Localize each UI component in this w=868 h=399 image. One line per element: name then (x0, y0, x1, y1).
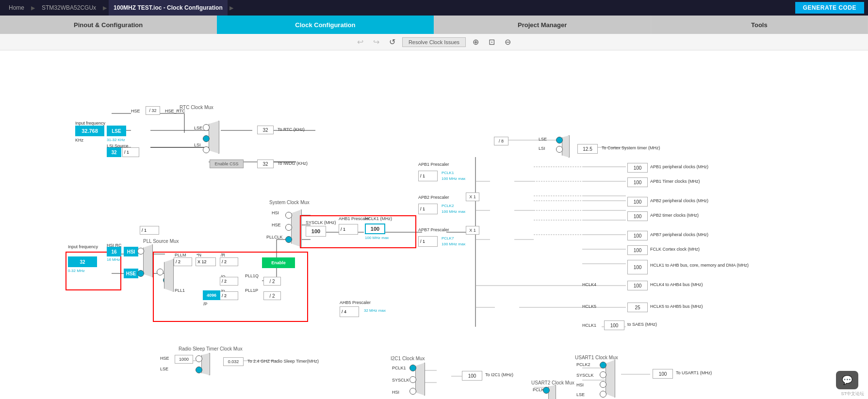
radio-sleep-label: Radio Sleep Timer Clock Mux (179, 346, 243, 351)
pre-pll-prescaler-select[interactable]: / 1/ 2 (140, 226, 159, 235)
plln-select[interactable]: X 12X 8 (196, 257, 216, 266)
cortex-lsi-label: LSI (539, 146, 545, 151)
input-freq-label-hse: Input frequency (68, 244, 98, 249)
chat-button[interactable]: 💬 (836, 371, 858, 389)
radio-mux-hse[interactable] (196, 355, 202, 362)
hclk1-value-box[interactable]: 100 (365, 223, 385, 234)
radio-lse-label: LSE (160, 367, 168, 371)
usart2-mux-pclk1[interactable] (543, 387, 550, 394)
pclk2-max-label: 100 MHz max (442, 209, 465, 214)
diagram-lines (0, 50, 868, 399)
i2c1-mux-hsi[interactable] (409, 388, 416, 395)
x1-apb1-box: X 1 (466, 192, 479, 201)
usart1-mux-pclk2[interactable] (600, 362, 606, 368)
usart1-mux-sysclk[interactable] (600, 371, 606, 378)
hsi-label-box: HSI (124, 247, 138, 256)
sysclk-mux-pll[interactable] (285, 236, 292, 243)
apb7-periph-label: APB7 peripheral clocks (MHz) (650, 232, 708, 237)
usart1-output-label: To USART1 (MHz) (676, 370, 712, 375)
tab-bar: Pinout & Configuration Clock Configurati… (0, 16, 868, 34)
sysclk-mux-hse[interactable] (285, 224, 292, 231)
apb7-prescaler-label: APB7 Prescaler (418, 227, 449, 232)
redo-button[interactable]: ↪ (370, 36, 382, 48)
resolve-clock-button[interactable]: Resolve Clock Issues (402, 37, 466, 47)
usart1-hsi-label: HSI (576, 383, 584, 387)
tab-clock[interactable]: Clock Configuration (217, 16, 434, 34)
i2c1-mux-sysclk[interactable] (409, 376, 416, 383)
rtc-mux-shape[interactable] (209, 121, 219, 154)
apb2-prescaler-select[interactable]: / 1/ 2 (418, 204, 438, 214)
sysclk-value-box[interactable]: 100 (306, 226, 326, 237)
radio-mux-lse[interactable] (196, 367, 202, 373)
apb2-timer-box: 100 (627, 211, 648, 221)
hclk1-label: HCLK1 (MHz) (365, 216, 392, 221)
tab-pinout[interactable]: Pinout & Configuration (0, 16, 217, 34)
undo-button[interactable]: ↩ (354, 36, 366, 48)
rtc-mux-circle-lse[interactable] (203, 135, 210, 142)
rtc-mux-circle-hse[interactable] (203, 124, 210, 131)
apb1-prescaler-select[interactable]: / 1/ 2 (418, 171, 438, 181)
hclk4-label2: HCLK4 to AHB4 bus (MHz) (650, 282, 703, 287)
input-freq-label-lse: Input frequency (75, 121, 105, 126)
usart1-mux-lse[interactable] (600, 391, 606, 398)
system-clock-mux-shape[interactable] (291, 209, 302, 247)
i2c1-sysclk-label: SYSCLK (392, 378, 409, 383)
tab-tools[interactable]: Tools (651, 16, 868, 34)
st-forum-label: ST中文论坛 (841, 391, 864, 397)
cortex-timer-box: 12.5 (577, 144, 598, 154)
pclk1-label: PCLK1 (442, 171, 454, 175)
enable-css-button[interactable]: Enable CSS (210, 160, 244, 168)
lse-box[interactable]: LSE (107, 126, 126, 136)
cortex-mux-lsi[interactable] (556, 146, 563, 153)
apb1-timer-label: APB1 Timer clocks (MHz) (650, 179, 700, 184)
hclk1-ref-label: HCLK1 (582, 323, 596, 328)
sysclk-mux-hsi[interactable] (285, 212, 292, 219)
pllm-select[interactable]: / 2/ 1/ 3 (174, 257, 192, 266)
pll-mux-radio[interactable] (157, 269, 164, 275)
tab-project[interactable]: Project Manager (434, 16, 651, 34)
ahb1-prescaler-select[interactable]: / 1/ 2/ 4 (339, 224, 358, 235)
breadcrumb-file[interactable]: 100MHZ TEST.ioc - Clock Configuration (109, 0, 228, 16)
cortex-mux-lse[interactable] (556, 137, 563, 144)
i2c1-mux-shape[interactable] (415, 363, 425, 396)
clock-diagram: RTC Clock Mux HSE / 32 HSE_RTC LSE LSI 3… (0, 50, 868, 399)
usart2-mux-shape[interactable] (548, 385, 556, 399)
breadcrumb-arrow-2: ▶ (103, 5, 107, 11)
breadcrumb-home[interactable]: Home (4, 0, 29, 16)
i2c1-mux-pclk1[interactable] (409, 365, 416, 371)
pll-src-mux-hsi[interactable] (137, 248, 144, 255)
pllr-select[interactable]: / 2/ 4 (220, 257, 238, 266)
apb7-prescaler-select[interactable]: / 1/ 2 (418, 236, 438, 247)
zoom-out-button[interactable]: ⊖ (502, 36, 514, 48)
pllq-select[interactable]: / 2/ 4 (220, 277, 238, 286)
pllp-select[interactable]: / 2/ 4 (220, 291, 238, 300)
hse-input-value-box[interactable]: 32 (68, 256, 97, 267)
ahb5-prescaler-select[interactable]: / 4/ 1/ 2 (340, 306, 359, 317)
breadcrumb-device[interactable]: STM32WBA52CGUx (37, 0, 101, 16)
sysclk-hsi-label: HSI (272, 210, 279, 215)
apb2-periph-box: 100 (627, 197, 648, 207)
generate-code-button[interactable]: GENERATE CODE (795, 2, 864, 14)
hclk1-max-label: 100 MHz max (365, 236, 389, 240)
clock-diagram-canvas[interactable]: RTC Clock Mux HSE / 32 HSE_RTC LSE LSI 3… (0, 50, 868, 399)
zoom-in-button[interactable]: ⊕ (470, 36, 482, 48)
radio-output-box: 0.032 (223, 357, 244, 366)
cortex-mux[interactable] (562, 135, 570, 158)
refresh-button[interactable]: ↺ (386, 36, 398, 48)
i2c1-output-box: 100 (462, 371, 482, 381)
pll-src-mux-hse[interactable] (137, 270, 144, 277)
rtc-mux-circle-lsi[interactable] (203, 146, 210, 153)
hclk1-ahb-label: HCLK1 to AHB bus, core, memory and DMA (… (650, 263, 749, 268)
pll-source-mux-shape[interactable] (143, 244, 153, 277)
radio-hse-label: HSE (160, 356, 169, 361)
radio-mux-shape[interactable] (201, 353, 210, 375)
hclk5-max-label: 32 MHz max (364, 308, 386, 313)
hclk4-label: HCLK4 (582, 282, 596, 287)
usart1-mux-hsi[interactable] (600, 381, 606, 388)
chat-icon: 💬 (842, 375, 852, 385)
pll-enable-button[interactable]: Enable (262, 257, 295, 268)
usart1-mux-shape[interactable] (606, 360, 615, 398)
lsi-prescaler-select[interactable]: / 1/ 2 (122, 147, 139, 157)
pllr-label: /R (221, 253, 225, 257)
zoom-fit-button[interactable]: ⊡ (486, 36, 498, 48)
